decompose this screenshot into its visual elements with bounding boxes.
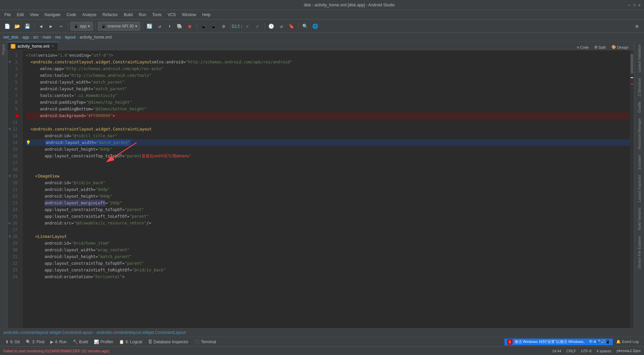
code-line-20: android:id="@+id/iv_back" xyxy=(26,180,630,186)
scroll-thumb[interactable] xyxy=(631,54,633,74)
stop-btn[interactable]: ■ xyxy=(185,22,194,31)
menu-window[interactable]: Window xyxy=(179,12,199,18)
project-panel-btn[interactable]: Project xyxy=(2,44,5,55)
layout-inspector-tab[interactable]: Layout Inspector xyxy=(636,172,643,205)
sync3-btn[interactable]: ⬇ xyxy=(165,22,174,31)
forward-btn[interactable]: ▶ xyxy=(47,22,55,31)
status-bar: Failed to start monitoring 0123456789ABC… xyxy=(0,346,644,355)
find-btn[interactable]: 🔍 3: Find xyxy=(23,338,47,346)
menu-build[interactable]: Build xyxy=(121,12,136,18)
code-content[interactable]: <?xml version="1.0" encoding="utf-8"?> <… xyxy=(22,50,630,328)
profiler-btn[interactable]: 📊 Profiler xyxy=(91,338,116,346)
logcat-btn[interactable]: 📋 6: Logcat xyxy=(116,338,145,346)
sep7 xyxy=(264,23,265,30)
status-encoding[interactable]: CRLF xyxy=(566,349,576,353)
app-dropdown[interactable]: 📱 app ▾ xyxy=(70,22,93,31)
device-file-explorer-tab[interactable]: Device File Explorer xyxy=(636,233,643,271)
menu-refactor[interactable]: Refactor xyxy=(100,12,120,18)
bc-src[interactable]: src xyxy=(33,35,39,40)
menu-navigate[interactable]: Navigate xyxy=(42,12,63,18)
undo-btn[interactable]: ↩ xyxy=(57,22,65,31)
resource-manager-tab[interactable]: Resource Manager xyxy=(636,115,643,152)
tab-close-btn[interactable]: ✕ xyxy=(51,44,54,48)
scroll-marker-1 xyxy=(631,77,633,78)
open-btn[interactable]: 📂 xyxy=(13,22,21,31)
status-user[interactable]: yikesoм∠2ppx xyxy=(616,349,641,353)
bc-res[interactable]: res xyxy=(55,35,61,40)
menu-code[interactable]: Code xyxy=(64,12,79,18)
bc-net-disk[interactable]: net_disk xyxy=(3,35,18,40)
window-controls[interactable]: — ❐ ✕ xyxy=(628,3,641,7)
bottom-bc-constraint-1[interactable]: androidx.constraintlayout.widget.Constra… xyxy=(3,330,93,335)
gradle-tab[interactable]: Gradle xyxy=(636,99,643,115)
menu-run[interactable]: Run xyxy=(136,12,149,18)
sync2-btn[interactable]: ↺ xyxy=(155,22,164,31)
emulator-tab[interactable]: Emulator xyxy=(636,152,643,172)
menu-tools[interactable]: Tools xyxy=(150,12,164,18)
menu-analyze[interactable]: Analyze xyxy=(79,12,99,18)
design-icon: 🎨 xyxy=(611,45,616,49)
new-file-btn[interactable]: 📄 xyxy=(3,22,11,31)
activation-text: 激活 Windows 转到"设置"以激活 Windows。 xyxy=(515,339,587,344)
back-btn[interactable]: ◀ xyxy=(37,22,45,31)
clock-btn[interactable]: 🕐 xyxy=(267,22,276,31)
scroll-marker-2 xyxy=(631,84,633,85)
git-btn[interactable]: ⬆ 9: Git xyxy=(3,338,22,346)
git-check2-btn[interactable]: ✓ xyxy=(253,22,262,31)
code-line-29: android:id="@+id/home_item" xyxy=(26,240,630,247)
logcat-label: 6: Logcat xyxy=(125,340,142,344)
bottom-bc-constraint-2[interactable]: androidx.constraintlayout.widget.Constra… xyxy=(97,330,186,335)
more-btn[interactable]: ⚙ xyxy=(219,22,228,31)
status-indent[interactable]: 4 spaces xyxy=(596,349,611,353)
settings-btn[interactable]: ⚙ xyxy=(633,22,641,31)
scroll-indicator[interactable] xyxy=(630,50,634,328)
menu-view[interactable]: View xyxy=(27,12,41,18)
profiler-icon: 📊 xyxy=(94,340,99,344)
line-18: 18 xyxy=(7,166,19,173)
sep8 xyxy=(298,23,299,30)
avd-btn[interactable]: 📱 xyxy=(209,22,218,31)
menu-vcs[interactable]: VCS xyxy=(165,12,179,18)
git-check-btn[interactable]: ✓ xyxy=(243,22,252,31)
menu-file[interactable]: File xyxy=(2,12,13,18)
status-time[interactable]: 14:44 xyxy=(552,349,561,353)
code-line-2: <androidx.constraintlayout.widget.Constr… xyxy=(26,59,630,65)
search-btn[interactable]: 🔍 xyxy=(301,22,310,31)
tab-activity-home[interactable]: X activity_home.xml ✕ xyxy=(7,42,58,50)
device-btn[interactable]: 📱 xyxy=(199,22,208,31)
run-btn[interactable]: ▶ 4: Run xyxy=(48,338,69,346)
terminal-btn[interactable]: ⬛ Terminal xyxy=(192,338,219,346)
menu-help[interactable]: Help xyxy=(200,12,213,18)
bc-app[interactable]: app xyxy=(22,35,29,40)
build-btn[interactable]: 🔨 Build xyxy=(70,338,91,346)
code-line-32: app:layout_constraintTop_toTopOf="parent… xyxy=(26,260,630,267)
maximize-btn[interactable]: ❐ xyxy=(633,3,636,7)
gradle-btn[interactable]: 🐘 xyxy=(175,22,184,31)
menu-edit[interactable]: Edit xyxy=(14,12,26,18)
build-variants-tab[interactable]: Build Variants xyxy=(636,205,643,233)
design-view-btn[interactable]: 🎨 Design xyxy=(609,44,631,50)
z-structure-tab[interactable]: Z-Structure xyxy=(636,75,643,99)
code-line-25: app:layout_constraintLeft_toLeftOf="pare… xyxy=(26,213,630,220)
sep1 xyxy=(34,23,34,30)
git-btn[interactable]: Git: xyxy=(233,22,242,31)
bookmark-btn[interactable]: 🔖 xyxy=(287,22,296,31)
code-line-30: android:layout_width="wrap_content" xyxy=(26,247,630,253)
translate-btn[interactable]: 🌐 xyxy=(311,22,320,31)
bc-layout[interactable]: layout xyxy=(65,35,75,40)
sync-btn[interactable]: 🔄 xyxy=(145,22,154,31)
database-inspector-btn[interactable]: 🗄 Database Inspector xyxy=(146,338,191,346)
layout-validation-tab[interactable]: Layout Validation xyxy=(636,42,643,75)
status-charset[interactable]: UTF-8 xyxy=(581,349,591,353)
code-view-btn[interactable]: ≡ Code xyxy=(574,45,592,50)
logcat-icon: 📋 xyxy=(119,340,124,344)
save-btn[interactable]: 💾 xyxy=(23,22,32,31)
bc-main[interactable]: main xyxy=(43,35,51,40)
minimize-btn[interactable]: — xyxy=(628,3,630,7)
line-11: 11 xyxy=(7,119,19,126)
event-log-btn[interactable]: 🔔 Event Log xyxy=(613,340,641,344)
split-view-btn[interactable]: ⊞ Split xyxy=(592,44,608,50)
close-btn[interactable]: ✕ xyxy=(638,3,641,7)
api-dropdown[interactable]: 📱 oneone API 30 ▾ xyxy=(98,22,140,31)
history-btn[interactable]: ↺ xyxy=(277,22,286,31)
